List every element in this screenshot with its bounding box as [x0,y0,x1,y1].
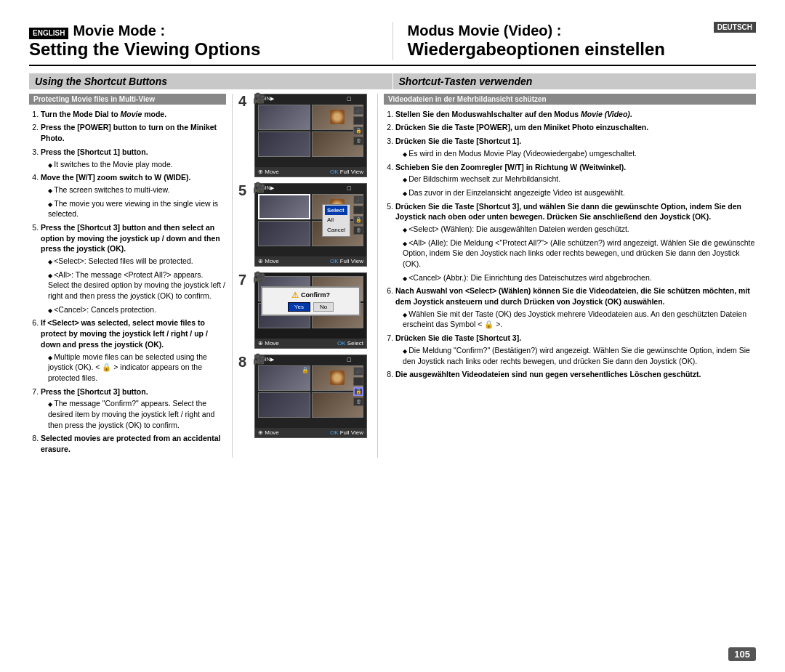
step-en-4: Move the [W/T] zoom switch to W (WIDE). … [41,172,226,219]
confirm-title: Confirm? [301,291,330,299]
step-num-5: 5 [238,183,251,198]
cam8-bottom: ⊕ Move OK Full View [255,428,366,437]
no-button[interactable]: No [313,302,334,312]
title-de-line1: Modus Movie (Video) : [408,22,666,39]
header-left: ENGLISHMovie Mode : Setting the Viewing … [29,22,393,60]
cam-screen-4: 1/6IN▶▢ [254,94,367,177]
english-badge: ENGLISH [29,28,68,39]
bullet-de-5-2: <All> (Alle): Die Meldung <"Protect All?… [403,238,756,270]
step-en-3: Press the [Shortcut 1] button. It switch… [41,147,226,169]
section-title-left: Using the Shortcut Buttons [29,73,393,89]
title-de-line2: Wiedergabeoptionen einstellen [408,39,666,60]
step-de-3: Drücken Sie die Taste [Shortcut 1]. Es w… [395,136,756,158]
cam-item-7: 7 🎥 ⚠ Conf [238,272,371,349]
section-title-right: Shortcut-Tasten verwenden [393,73,757,89]
cancel-option: Cancel [325,225,347,235]
step-en-2: Press the [POWER] button to turn on the … [41,122,226,143]
bullet-de-5-1: <Select> (Wählen): Die ausgewählten Date… [403,224,756,235]
step-de-8: Die ausgewählten Videodateien sind nun g… [395,369,756,380]
step-de-6: Nach Auswahl von <Select> (Wählen) könne… [395,286,756,330]
bullet-en-7-1: The message "Confirm?" appears. Select t… [48,398,226,430]
steps-en: Turn the Mode Dial to Movie mode. Press … [29,109,226,455]
step-en-5: Press the [Shortcut 3] button and then s… [41,222,226,315]
step-num-8: 8 [238,355,251,369]
right-column: Videodateien in der Mehrbildansicht schü… [378,94,756,458]
cam-screen-7: ⚠ Confirm? Yes No ⊕ Move OK Select [254,272,367,349]
page: ENGLISHMovie Mode : Setting the Viewing … [0,0,785,672]
header-right: Modus Movie (Video) : Wiedergabeoptionen… [393,22,757,60]
step-en-7: Press the [Shortcut 3] button. The messa… [41,386,226,431]
bullet-de-5-3: <Cancel> (Abbr.): Die Einrichtung des Da… [403,272,756,283]
title-en-line2: Setting the Viewing Options [29,39,378,60]
title-en-line1: ENGLISHMovie Mode : [29,22,378,39]
cam-item-4: 4 🎥 1/6IN▶▢ [238,94,371,177]
cam-item-5: 5 🎥 1/6IN▶▢ [238,183,371,267]
steps-de: Stellen Sie den Moduswahlschalter auf de… [384,109,756,380]
step-en-8: Selected movies are protected from an ac… [41,433,226,454]
middle-column: 4 🎥 1/6IN▶▢ [233,94,378,458]
cam4-status: 1/6IN▶▢ [258,96,352,102]
bullet-en-3-1: It switches to the Movie play mode. [48,159,226,170]
bullet-en-5-1: <Select>: Selected files will be protect… [48,256,226,267]
bullet-de-4-1: Der Bildschirm wechselt zur Mehrbildansi… [403,174,756,185]
deutsch-badge: DEUTSCH [714,22,756,33]
cam-screen-5: 1/6IN▶▢ [254,183,367,267]
protect-header-en: Protecting Movie files in Multi-View [29,94,226,105]
step-num-4: 4 [238,94,251,108]
section-header: Using the Shortcut Buttons Shortcut-Tast… [29,73,756,89]
step-de-7: Drücken Sie die Taste [Shortcut 3]. Die … [395,333,756,366]
step-en-6: If <Select> was selected, select movie f… [41,317,226,383]
step-de-2: Drücken Sie die Taste [POWER], um den Mi… [395,122,756,133]
cam-screen-8: 1/6IN▶▢ 🔒 [254,355,367,438]
page-header: ENGLISHMovie Mode : Setting the Viewing … [29,22,756,66]
bullet-en-6-1: Multiple movie files can be selected usi… [48,352,226,384]
bullet-en-4-2: The movie you were viewing in the single… [48,198,226,219]
step-de-4: Schieben Sie den Zoomregler [W/T] in Ric… [395,162,756,198]
bullet-de-3-1: Es wird in den Modus Movie Play (Videowi… [403,148,756,159]
bullet-de-7-1: Die Meldung "Confirm?" (Bestätigen?) wir… [403,345,756,366]
bullet-de-6-1: Wählen Sie mit der Taste (OK) des Joysti… [403,309,756,330]
step-de-1: Stellen Sie den Moduswahlschalter auf de… [395,109,756,120]
protect-header-de: Videodateien in der Mehrbildansicht schü… [384,94,756,105]
main-content: Protecting Movie files in Multi-View Tur… [29,94,756,458]
all-option: All [325,215,347,225]
bullet-en-5-2: <All>: The message <Protect All?> appear… [48,270,226,301]
bullet-de-4-2: Das zuvor in der Einzelansicht angezeigt… [403,187,756,198]
cam5-bottom: ⊕ Move OK Full View [255,256,366,266]
yes-button[interactable]: Yes [288,302,310,312]
cam7-bottom: ⊕ Move OK Select [255,339,366,348]
step-num-7: 7 [238,272,251,287]
page-number: 105 [728,647,756,661]
cam5-status: 1/6IN▶▢ [258,185,352,191]
step-en-1: Turn the Mode Dial to Movie mode. [41,109,226,120]
confirm-dialog: ⚠ Confirm? Yes No [261,286,361,316]
step-de-5: Drücken Sie die Taste [Shortcut 3], und … [395,201,756,283]
select-overlay: Select All Cancel [322,204,350,237]
cam-item-8: 8 🎥 1/6IN▶▢ 🔒 [238,355,371,438]
select-option: Select [325,206,347,216]
cam8-status: 1/6IN▶▢ [258,357,352,363]
left-column: Protecting Movie files in Multi-View Tur… [29,94,233,458]
cam4-bottom: ⊕ Move OK Full View [255,167,366,177]
bullet-en-4-1: The screen switches to multi-view. [48,185,226,195]
bullet-en-5-3: <Cancel>: Cancels protection. [48,304,226,315]
